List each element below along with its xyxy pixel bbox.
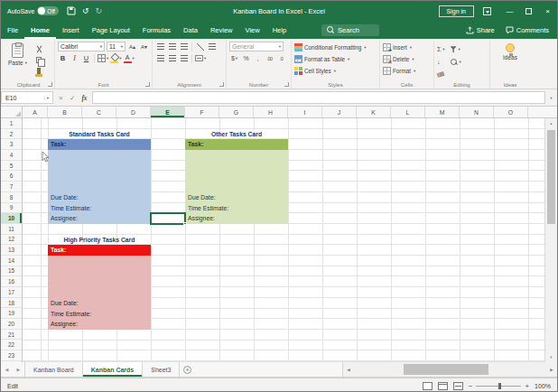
zoom-slider-knob[interactable] <box>498 383 501 389</box>
tab-review[interactable]: Review <box>204 21 239 39</box>
vertical-scrollbar[interactable]: ▴ ▾ <box>544 118 557 362</box>
align-bottom-button[interactable] <box>179 42 189 51</box>
autosum-button[interactable]: Σ▾ <box>437 46 445 52</box>
alignment-dialog-launcher-icon[interactable] <box>219 82 224 87</box>
horizontal-scrollbar-thumb[interactable] <box>404 364 488 375</box>
sort-filter-button[interactable]: ▾ <box>451 46 461 52</box>
horizontal-scrollbar-track[interactable] <box>354 362 546 377</box>
row-header-7[interactable]: 7 <box>1 182 22 192</box>
vertical-scrollbar-thumb[interactable] <box>547 130 555 224</box>
normal-view-button[interactable] <box>423 382 432 390</box>
new-sheet-button[interactable]: + <box>180 362 194 377</box>
accounting-format-button[interactable]: $▾ <box>229 53 239 63</box>
number-format-select[interactable]: General▾ <box>229 42 284 51</box>
row-header-17[interactable]: 17 <box>1 287 22 298</box>
fill-handle[interactable] <box>183 222 187 226</box>
sheet-tab-sheet3[interactable]: Sheet3 <box>143 362 180 377</box>
column-header-H[interactable]: H <box>254 107 288 117</box>
column-header-E[interactable]: E <box>151 107 185 117</box>
row-header-22[interactable]: 22 <box>1 340 22 350</box>
maximize-button[interactable] <box>519 1 538 21</box>
row-header-2[interactable]: 2 <box>1 129 22 140</box>
page-layout-view-button[interactable] <box>438 382 448 390</box>
cell-styles-button[interactable]: Cell Styles▾ <box>294 65 367 77</box>
column-header-N[interactable]: N <box>460 107 494 117</box>
number-dialog-launcher-icon[interactable] <box>284 82 289 87</box>
conditional-formatting-button[interactable]: Conditional Formatting▾ <box>294 42 367 53</box>
align-left-button[interactable] <box>155 53 165 63</box>
tab-insert[interactable]: Insert <box>56 21 86 39</box>
scroll-right-icon[interactable]: ▶ <box>546 368 557 372</box>
column-header-G[interactable]: G <box>219 107 254 117</box>
ideas-button[interactable]: Ideas <box>500 42 520 79</box>
row-header-20[interactable]: 20 <box>1 319 22 330</box>
italic-button[interactable]: I <box>70 53 79 63</box>
font-size-select[interactable]: 11▾ <box>107 42 126 51</box>
row-header-1[interactable]: 1 <box>1 118 22 129</box>
clear-button[interactable] <box>437 72 445 77</box>
align-middle-button[interactable] <box>167 42 177 51</box>
clipboard-dialog-launcher-icon[interactable] <box>48 82 52 87</box>
fill-button[interactable]: ↓ <box>437 59 445 65</box>
column-header-A[interactable]: A <box>23 107 48 117</box>
orientation-button[interactable] <box>195 42 205 51</box>
row-header-14[interactable]: 14 <box>1 256 22 266</box>
paste-button[interactable]: Paste▾ <box>5 42 30 79</box>
copy-button[interactable] <box>33 55 46 64</box>
row-header-21[interactable]: 21 <box>1 330 22 341</box>
tab-formulas[interactable]: Formulas <box>136 21 177 39</box>
close-button[interactable]: × <box>538 1 557 21</box>
cells-layer[interactable]: Standard Tasks CardTask:Due Date:Time Es… <box>23 118 544 362</box>
row-header-16[interactable]: 16 <box>1 276 22 287</box>
row-header-13[interactable]: 13 <box>1 245 22 256</box>
row-header-3[interactable]: 3 <box>1 139 22 150</box>
tab-data[interactable]: Data <box>177 21 204 39</box>
borders-button[interactable]: ▾ <box>98 53 108 63</box>
select-all-corner[interactable] <box>1 107 23 117</box>
wrap-text-button[interactable] <box>207 42 217 51</box>
save-button[interactable] <box>67 6 76 15</box>
comma-style-button[interactable]: , <box>253 53 263 63</box>
scroll-left-icon[interactable]: ◀ <box>343 368 354 372</box>
name-box-dropdown-icon[interactable]: ▾ <box>44 96 51 100</box>
grid-area[interactable]: 1234567891011121314151617181920212223 St… <box>1 118 557 362</box>
delete-cells-button[interactable]: Delete▾ <box>383 53 415 65</box>
find-select-button[interactable]: ▾ <box>451 59 461 66</box>
align-top-button[interactable] <box>155 42 165 51</box>
minimize-button[interactable]: — <box>500 1 519 21</box>
zoom-in-button[interactable]: + <box>525 382 529 390</box>
column-header-I[interactable]: I <box>288 107 322 117</box>
autosave-toggle[interactable]: Off <box>37 6 59 15</box>
tab-help[interactable]: Help <box>266 21 293 39</box>
insert-cells-button[interactable]: Insert▾ <box>383 42 415 53</box>
cancel-entry-button[interactable]: × <box>55 94 67 102</box>
share-button[interactable]: Share <box>466 26 495 34</box>
ribbon-display-options-icon[interactable] <box>483 7 491 15</box>
confirm-entry-button[interactable]: ✓ <box>67 94 79 102</box>
row-header-5[interactable]: 5 <box>1 161 22 172</box>
format-painter-button[interactable] <box>33 66 46 75</box>
decrease-decimal-button[interactable]: .0 <box>276 53 286 63</box>
row-header-4[interactable]: 4 <box>1 150 22 161</box>
tab-home[interactable]: Home <box>24 21 56 39</box>
column-header-B[interactable]: B <box>48 107 82 117</box>
tab-view[interactable]: View <box>239 21 266 39</box>
name-box[interactable]: E10 ▾ <box>1 91 53 104</box>
align-right-button[interactable] <box>179 53 189 63</box>
row-header-15[interactable]: 15 <box>1 266 22 277</box>
row-header-12[interactable]: 12 <box>1 235 22 246</box>
decrease-font-size-button[interactable]: A▾ <box>139 42 149 51</box>
sheet-nav-left-icon[interactable]: ◀ <box>1 362 13 377</box>
page-break-view-button[interactable] <box>453 382 463 390</box>
underline-button[interactable]: U <box>81 53 91 63</box>
comments-button[interactable]: Comments <box>506 26 549 34</box>
redo-button[interactable]: ↻ <box>95 7 102 15</box>
undo-button[interactable]: ↺ <box>82 7 89 15</box>
cut-button[interactable] <box>33 44 46 53</box>
increase-font-size-button[interactable]: A▴ <box>127 42 137 51</box>
column-header-M[interactable]: M <box>425 107 460 117</box>
row-header-6[interactable]: 6 <box>1 171 22 182</box>
horizontal-scrollbar[interactable]: ◀ ▶ <box>342 362 557 377</box>
format-as-table-button[interactable]: Format as Table▾ <box>294 53 367 65</box>
column-header-C[interactable]: C <box>82 107 116 117</box>
